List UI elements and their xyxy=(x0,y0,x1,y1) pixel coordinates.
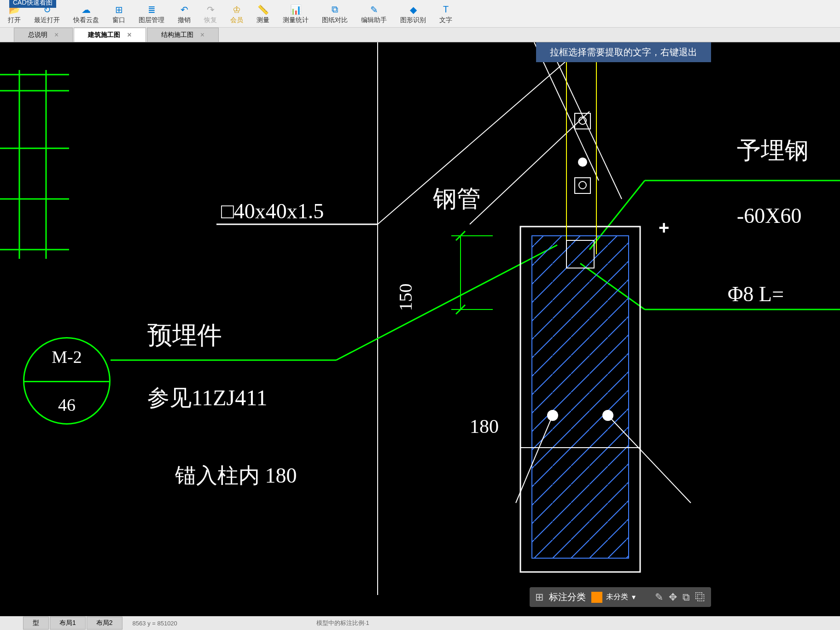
pipe-label: 钢管 xyxy=(433,183,481,215)
grid-icon[interactable]: ⊞ xyxy=(535,591,543,603)
shape-icon: ◆ xyxy=(407,3,420,16)
rebar-spec: Φ8 L= xyxy=(728,282,784,306)
chevron-down-icon: ▾ xyxy=(632,593,636,601)
layout1-tab[interactable]: 布局1 xyxy=(50,617,86,630)
vip-button[interactable]: ♔ 会员 xyxy=(225,2,249,25)
color-swatch xyxy=(591,592,602,603)
cloud-icon: ☁ xyxy=(80,3,93,16)
layers-icon: ≣ xyxy=(145,3,158,16)
tab-general[interactable]: 总说明 × xyxy=(14,28,73,42)
category-dropdown[interactable]: 未分类 ▾ xyxy=(591,592,649,603)
close-icon[interactable]: × xyxy=(54,31,58,39)
cloud-button[interactable]: ☁ 快看云盘 xyxy=(68,2,105,25)
spec-text: □40x40x1.5 xyxy=(221,199,324,223)
embedded-part-label: 预埋件 xyxy=(147,319,222,352)
undo-icon: ↶ xyxy=(178,3,191,16)
svg-rect-27 xyxy=(532,236,629,558)
ref-label: 参见11ZJ411 xyxy=(147,383,267,413)
copy-icon[interactable]: ⧉ xyxy=(682,591,690,603)
tab-structplan[interactable]: 结构施工图 × xyxy=(147,28,219,42)
app-title-fragment: CAD快速看图 xyxy=(9,0,56,8)
move-icon[interactable]: ✥ xyxy=(669,591,677,603)
redo-button[interactable]: ↷ 恢复 xyxy=(198,2,222,25)
detail-mark-bottom: 46 xyxy=(24,395,109,415)
scale-status: 模型中的标注比例·1 xyxy=(316,619,369,627)
window-button[interactable]: ⊞ 窗口 xyxy=(107,2,131,25)
dim-180: 180 xyxy=(470,415,499,438)
recognize-button[interactable]: ◆ 图形识别 xyxy=(395,2,432,25)
anchor-label: 锚入柱内 180 xyxy=(175,461,297,490)
redo-icon: ↷ xyxy=(204,3,217,16)
measure-button[interactable]: 📏 测量 xyxy=(251,2,275,25)
ruler-icon: 📏 xyxy=(257,3,269,16)
layer-button[interactable]: ≣ 图层管理 xyxy=(133,2,170,25)
embedded-right-label: 予埋钢 xyxy=(737,134,809,167)
tab-archplan[interactable]: 建筑施工图 × xyxy=(74,28,146,42)
detail-callout: M-2 46 xyxy=(23,337,111,425)
svg-point-32 xyxy=(579,181,586,189)
coords-status: 8563 y = 851020 xyxy=(133,620,177,627)
dim-150: 150 xyxy=(395,284,416,311)
stat-button[interactable]: 📊 测量统计 xyxy=(277,2,314,25)
edit-icon: ✎ xyxy=(368,3,380,16)
svg-line-12 xyxy=(548,42,622,199)
compare-icon: ⧉ xyxy=(328,3,341,16)
annotation-toolbar: ⊞ 标注分类 未分类 ▾ ✎ ✥ ⧉ ⿻ xyxy=(530,587,711,607)
cursor-crosshair: + xyxy=(659,217,669,238)
compare-button[interactable]: ⧉ 图纸对比 xyxy=(316,2,353,25)
text-icon: T xyxy=(439,3,452,16)
document-tabs: 总说明 × 建筑施工图 × 结构施工图 × xyxy=(0,28,840,42)
vip-icon: ♔ xyxy=(230,3,243,16)
drawing-canvas[interactable]: 拉框选择需要提取的文字，右键退出 xyxy=(0,42,840,616)
edit-note-icon[interactable]: ✎ xyxy=(655,591,663,603)
layout-tabs: 型 布局1 布局2 8563 y = 851020 模型中的标注比例·1 xyxy=(0,616,840,630)
detail-mark-top: M-2 xyxy=(24,347,109,367)
svg-point-31 xyxy=(578,158,587,167)
classify-label: 标注分类 xyxy=(549,591,586,603)
duplicate-icon[interactable]: ⿻ xyxy=(695,591,706,603)
chart-icon: 📊 xyxy=(289,3,302,16)
close-icon[interactable]: × xyxy=(127,31,131,39)
window-icon: ⊞ xyxy=(112,3,125,16)
text-button[interactable]: T 文字 xyxy=(434,2,458,25)
layout2-tab[interactable]: 布局2 xyxy=(87,617,122,630)
cad-drawing xyxy=(0,42,840,616)
svg-rect-34 xyxy=(575,178,590,193)
close-icon[interactable]: × xyxy=(200,31,204,39)
svg-line-19 xyxy=(336,245,557,360)
assist-button[interactable]: ✎ 编辑助手 xyxy=(356,2,392,25)
plate-spec: -60X60 xyxy=(737,204,802,228)
main-toolbar: 📂 打开 ↻ 最近打开 ☁ 快看云盘 ⊞ 窗口 ≣ 图层管理 ↶ 撤销 ↷ 恢复… xyxy=(0,0,840,28)
selection-hint: 拉框选择需要提取的文字，右键退出 xyxy=(536,42,711,62)
model-tab[interactable]: 型 xyxy=(23,617,49,630)
undo-button[interactable]: ↶ 撤销 xyxy=(172,2,196,25)
